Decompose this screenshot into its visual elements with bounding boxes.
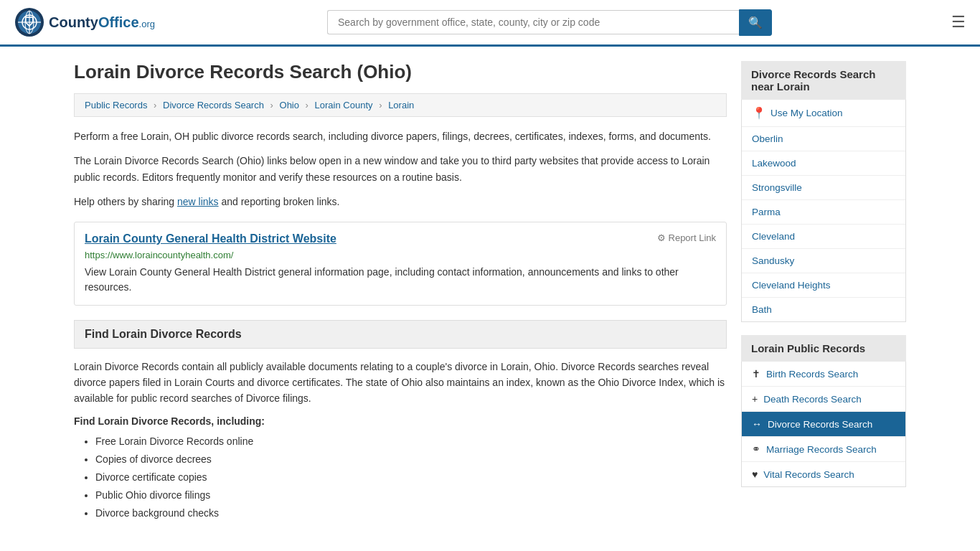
list-item: Public Ohio divorce filings — [95, 486, 727, 504]
sidebar: Divorce Records Search near Lorain 📍 Use… — [741, 61, 906, 523]
nearby-city-item[interactable]: Oberlin — [742, 127, 905, 151]
nearby-links: 📍 Use My Location OberlinLakewoodStrongs… — [741, 100, 906, 322]
public-record-item[interactable]: ⚭Marriage Records Search — [742, 437, 905, 462]
nearby-city-link[interactable]: Sandusky — [752, 255, 794, 266]
resource-title[interactable]: Lorain County General Health District We… — [85, 232, 336, 245]
resource-card-header: Lorain County General Health District We… — [85, 232, 716, 245]
main-wrapper: Lorain Divorce Records Search (Ohio) Pub… — [60, 47, 920, 537]
logo-icon: ⛉ — [14, 7, 44, 37]
public-record-item[interactable]: ♥Vital Records Search — [742, 462, 905, 486]
breadcrumb-lorain[interactable]: Lorain — [388, 100, 414, 110]
public-records-section: Lorain Public Records ✝Birth Records Sea… — [741, 335, 906, 487]
new-links-link[interactable]: new links — [177, 196, 219, 207]
public-records-title: Lorain Public Records — [741, 335, 906, 362]
record-icon: ✝ — [752, 368, 760, 380]
list-item: Free Lorain Divorce Records online — [95, 433, 727, 451]
nearby-city-item[interactable]: Cleveland Heights — [742, 273, 905, 298]
breadcrumb-ohio[interactable]: Ohio — [280, 100, 299, 110]
logo-area: ⛉ CountyOffice.org — [14, 7, 155, 37]
nearby-city-item[interactable]: Cleveland — [742, 225, 905, 249]
nearby-city-link[interactable]: Oberlin — [752, 133, 783, 144]
nearby-city-link[interactable]: Lakewood — [752, 158, 796, 169]
nearby-city-link[interactable]: Bath — [752, 304, 772, 315]
record-icon: ♥ — [752, 468, 758, 480]
use-my-location-link[interactable]: Use My Location — [771, 108, 843, 118]
breadcrumb: Public Records › Divorce Records Search … — [74, 93, 727, 117]
content-area: Lorain Divorce Records Search (Ohio) Pub… — [74, 61, 727, 523]
list-item: Divorce certificate copies — [95, 468, 727, 486]
breadcrumb-sep-4: › — [379, 100, 382, 110]
logo-text-area: CountyOffice.org — [49, 14, 155, 31]
public-record-item[interactable]: ✝Birth Records Search — [742, 362, 905, 387]
breadcrumb-sep-3: › — [306, 100, 308, 110]
breadcrumb-lorain-county[interactable]: Lorain County — [315, 100, 373, 110]
public-record-link[interactable]: Marriage Records Search — [766, 444, 877, 455]
resource-description: View Lorain County General Health Distri… — [85, 265, 716, 295]
page-title: Lorain Divorce Records Search (Ohio) — [74, 61, 727, 83]
breadcrumb-divorce-records[interactable]: Divorce Records Search — [163, 100, 264, 110]
nearby-cities-list: OberlinLakewoodStrongsvilleParmaClevelan… — [742, 127, 905, 321]
public-record-item[interactable]: ↔Divorce Records Search — [742, 412, 905, 437]
record-icon: + — [752, 393, 758, 405]
search-area: 🔍 — [327, 9, 772, 36]
resource-card: Lorain County General Health District We… — [74, 222, 727, 306]
report-icon: ⚙ — [657, 232, 666, 243]
public-record-link[interactable]: Divorce Records Search — [768, 419, 872, 430]
nearby-city-link[interactable]: Strongsville — [752, 182, 802, 193]
find-section-header: Find Lorain Divorce Records — [74, 320, 727, 349]
nearby-city-item[interactable]: Bath — [742, 298, 905, 321]
record-icon: ↔ — [752, 418, 762, 430]
nearby-city-item[interactable]: Parma — [742, 200, 905, 225]
nearby-city-link[interactable]: Cleveland — [752, 231, 795, 242]
public-record-link[interactable]: Vital Records Search — [763, 469, 854, 480]
nearby-city-item[interactable]: Strongsville — [742, 176, 905, 200]
header: ⛉ CountyOffice.org 🔍 ☰ — [0, 0, 980, 47]
record-icon: ⚭ — [752, 443, 760, 455]
find-section-list: Free Lorain Divorce Records onlineCopies… — [74, 433, 727, 523]
report-link-button[interactable]: ⚙ Report Link — [657, 232, 716, 243]
nearby-city-link[interactable]: Cleveland Heights — [752, 280, 831, 291]
public-record-item[interactable]: +Death Records Search — [742, 387, 905, 412]
public-records-links: ✝Birth Records Search+Death Records Sear… — [741, 362, 906, 487]
resource-url[interactable]: https://www.loraincountyhealth.com/ — [85, 250, 716, 260]
list-item: Copies of divorce decrees — [95, 451, 727, 468]
intro-paragraph-2: The Lorain Divorce Records Search (Ohio)… — [74, 153, 727, 185]
list-item: Divorce background checks — [95, 504, 727, 522]
public-record-link[interactable]: Death Records Search — [763, 394, 862, 405]
nearby-city-item[interactable]: Lakewood — [742, 151, 905, 176]
nearby-section-title: Divorce Records Search near Lorain — [741, 61, 906, 100]
search-input[interactable] — [327, 10, 739, 34]
breadcrumb-sep-2: › — [270, 100, 273, 110]
breadcrumb-public-records[interactable]: Public Records — [85, 100, 147, 110]
find-section-subheading: Find Lorain Divorce Records, including: — [74, 415, 727, 427]
nearby-city-item[interactable]: Sandusky — [742, 249, 905, 273]
search-button[interactable]: 🔍 — [739, 9, 772, 36]
find-section-body: Lorain Divorce Records contain all publi… — [74, 359, 727, 407]
breadcrumb-sep-1: › — [154, 100, 156, 110]
nearby-city-link[interactable]: Parma — [752, 207, 781, 217]
intro-paragraph-3: Help others by sharing new links and rep… — [74, 194, 727, 209]
hamburger-menu-icon[interactable]: ☰ — [951, 13, 966, 32]
intro-paragraph-1: Perform a free Lorain, OH public divorce… — [74, 128, 727, 144]
use-my-location-item[interactable]: 📍 Use My Location — [742, 100, 905, 127]
location-pin-icon: 📍 — [752, 106, 766, 120]
public-record-link[interactable]: Birth Records Search — [766, 369, 858, 380]
